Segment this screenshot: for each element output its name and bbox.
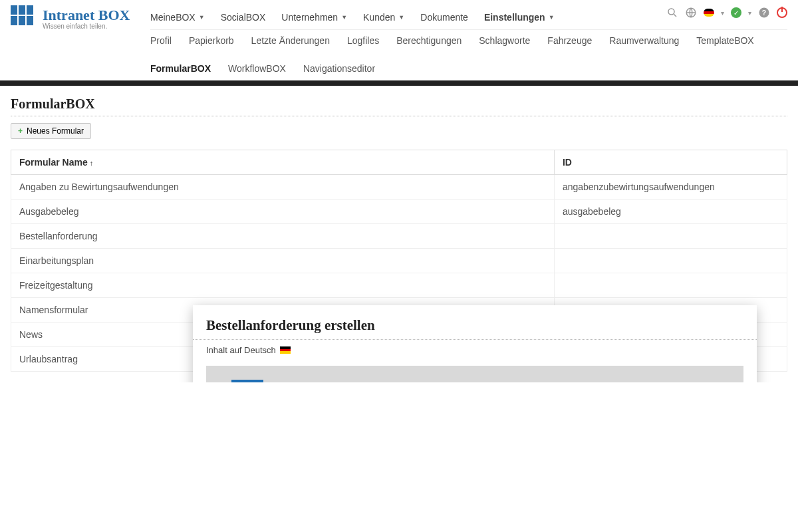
- logo-icon: [11, 5, 36, 31]
- topnav-item[interactable]: MeineBOX▼: [150, 12, 205, 23]
- help-icon[interactable]: ?: [758, 7, 770, 19]
- svg-point-0: [668, 9, 674, 15]
- svg-text:?: ?: [762, 9, 766, 17]
- chevron-down-icon: ▼: [398, 14, 404, 21]
- subnav-item[interactable]: Letzte Änderungen: [251, 35, 330, 46]
- brand-logo[interactable]: Intranet BOX Wissen einfach teilen.: [11, 5, 150, 31]
- topnav-item[interactable]: Einstellungen▼: [484, 12, 555, 23]
- form-modal: Bestellanforderung erstellen Inhalt auf …: [193, 305, 757, 382]
- chevron-down-icon: ▼: [199, 14, 205, 21]
- modal-subtitle: Inhalt auf Deutsch: [206, 345, 276, 355]
- brand-name-b: BOX: [98, 7, 130, 23]
- subnav-item[interactable]: Logfiles: [347, 35, 379, 46]
- subnav-item[interactable]: Berechtigungen: [396, 35, 462, 46]
- flag-de-icon: [280, 346, 291, 354]
- topnav-item[interactable]: SocialBOX: [221, 12, 266, 23]
- sort-asc-icon: ↑: [90, 159, 94, 167]
- table-row[interactable]: Freizeitgestaltung: [11, 273, 787, 298]
- subnav-item[interactable]: Profil: [150, 35, 172, 46]
- chevron-down-icon: ▼: [549, 14, 555, 21]
- new-form-button[interactable]: +Neues Formular: [11, 123, 91, 139]
- modal-title: Bestellanforderung erstellen: [193, 317, 757, 340]
- subnav-item[interactable]: Papierkorb: [189, 35, 234, 46]
- svg-line-1: [674, 14, 676, 17]
- table-row[interactable]: Einarbeitungsplan: [11, 249, 787, 273]
- subnav-item[interactable]: Schlagworte: [479, 35, 530, 46]
- language-flag-de[interactable]: [704, 9, 714, 17]
- divider-bar: [0, 80, 798, 86]
- table-row[interactable]: Angaben zu Bewirtungsaufwendungenangaben…: [11, 175, 787, 200]
- globe-icon[interactable]: [685, 7, 697, 19]
- subnav-item[interactable]: WorkflowBOX: [228, 63, 286, 74]
- page-title: FormularBOX: [11, 96, 787, 116]
- search-icon[interactable]: [666, 7, 678, 19]
- brand-name-a: Intranet: [43, 7, 94, 23]
- topnav-item[interactable]: Dokumente: [420, 12, 468, 23]
- logout-icon[interactable]: [777, 7, 787, 18]
- column-header-id[interactable]: ID: [554, 150, 787, 175]
- plus-icon: +: [18, 126, 23, 136]
- legend-von: VON: [231, 380, 263, 382]
- status-ok-icon[interactable]: ✓: [731, 7, 741, 18]
- table-row[interactable]: Ausgabebelegausgabebeleg: [11, 200, 787, 224]
- subnav-item[interactable]: Fahrzeuge: [547, 35, 592, 46]
- subnav-item[interactable]: TemplateBOX: [696, 35, 753, 46]
- subnav-item[interactable]: Navigationseditor: [303, 63, 375, 74]
- subnav-item[interactable]: Raumverwaltung: [609, 35, 679, 46]
- topnav-item[interactable]: Unternehmen▼: [281, 12, 347, 23]
- subnav-item[interactable]: FormularBOX: [150, 63, 211, 74]
- topnav-item[interactable]: Kunden▼: [363, 12, 404, 23]
- chevron-down-icon: ▼: [341, 14, 347, 21]
- column-header-name[interactable]: Formular Name↑: [11, 150, 555, 175]
- table-row[interactable]: Bestellanforderung: [11, 224, 787, 249]
